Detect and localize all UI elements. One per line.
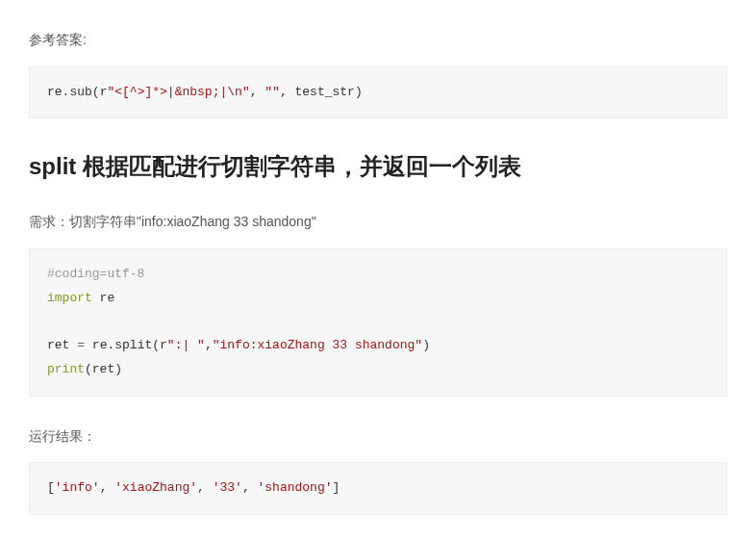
code-text: ( bbox=[92, 85, 100, 99]
code-keyword: import bbox=[47, 291, 92, 305]
code-text: , bbox=[242, 480, 258, 495]
code-string: " bbox=[242, 85, 250, 99]
code-operator: = bbox=[77, 338, 85, 352]
code-text: , bbox=[197, 480, 213, 495]
code-keyword: print bbox=[47, 362, 85, 376]
code-text: , bbox=[205, 338, 213, 352]
code-string: 'xiaoZhang' bbox=[114, 480, 197, 495]
code-block-output: ['info', 'xiaoZhang', '33', 'shandong'] bbox=[29, 462, 727, 515]
code-comment: #coding=utf-8 bbox=[47, 267, 144, 281]
code-text: , bbox=[280, 85, 295, 99]
demand-paragraph: 需求：切割字符串"info:xiaoZhang 33 shandong" bbox=[29, 211, 727, 234]
reference-answer-label: 参考答案: bbox=[29, 29, 727, 52]
code-text: test_str bbox=[295, 85, 355, 99]
code-text: re bbox=[92, 291, 114, 305]
code-text: ) bbox=[355, 85, 363, 99]
code-string: ":| " bbox=[167, 338, 205, 352]
code-text: , bbox=[250, 85, 265, 99]
code-text: (ret) bbox=[85, 362, 122, 376]
code-text: ) bbox=[422, 338, 430, 352]
code-string: 'info' bbox=[55, 480, 100, 495]
code-block-sub: re.sub(r"<[^>]*>|&nbsp;|\n", "", test_st… bbox=[29, 66, 727, 119]
code-string: 'shandong' bbox=[258, 480, 333, 495]
code-text: r bbox=[160, 338, 167, 352]
section-heading-split: split 根据匹配进行切割字符串，并返回一个列表 bbox=[29, 147, 727, 187]
code-text: [ bbox=[47, 480, 55, 495]
code-string: <[^>]*>|&nbsp;|\n bbox=[114, 85, 242, 99]
code-text: , bbox=[100, 480, 115, 495]
code-string: '33' bbox=[213, 480, 242, 495]
code-text: re.split( bbox=[85, 338, 160, 352]
result-label: 运行结果： bbox=[29, 425, 727, 449]
code-text: ] bbox=[333, 480, 340, 495]
code-text: ret bbox=[47, 338, 77, 352]
code-string: "" bbox=[265, 85, 280, 99]
code-string: "info:xiaoZhang 33 shandong" bbox=[213, 338, 422, 352]
code-block-split: #coding=utf-8 import re ret = re.split(r… bbox=[29, 248, 727, 396]
code-text: re.sub bbox=[47, 85, 92, 99]
